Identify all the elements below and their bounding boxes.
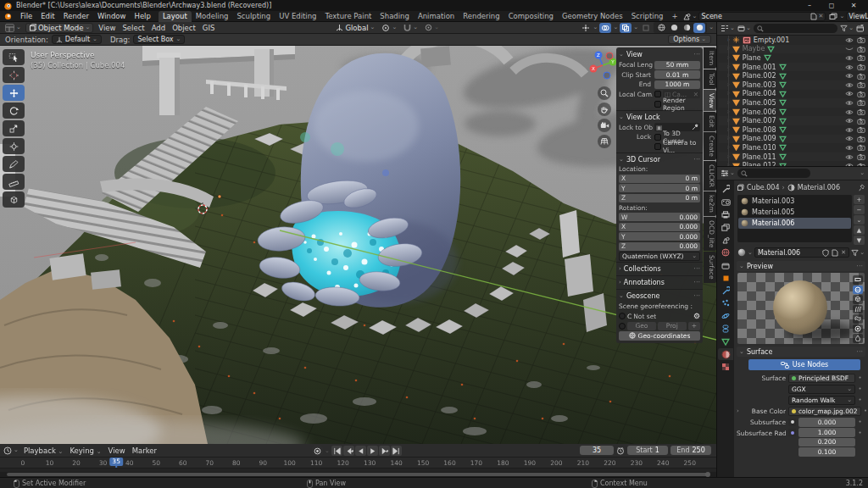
camera-visibility-icon[interactable] (857, 136, 865, 142)
properties-tab-constraints[interactable] (718, 323, 733, 335)
eye-open-icon[interactable] (845, 109, 854, 115)
outliner-item-plane.007[interactable]: ›Plane.007 (719, 116, 868, 125)
viewport-menu-object[interactable]: Object (169, 24, 199, 32)
object-name[interactable]: Plane.007 (743, 117, 776, 125)
workspace-tab-texture-paint[interactable]: Texture Paint (321, 11, 376, 22)
fake-user-shield-icon[interactable] (822, 249, 829, 257)
tool-measure-button[interactable] (3, 174, 25, 190)
scene-selector[interactable]: Scene ✕ (698, 12, 826, 21)
preview-fluid-button[interactable] (853, 334, 863, 343)
shading-material-button[interactable] (681, 23, 693, 33)
proportional-editing-toggle[interactable]: ⌄ (422, 23, 442, 33)
eye-open-icon[interactable] (845, 118, 854, 124)
proj-radio[interactable] (619, 323, 626, 330)
options-button[interactable]: Options ⌄ (668, 35, 711, 44)
unlink-scene-icon[interactable]: ✕ (819, 13, 824, 19)
preview-flat-button[interactable] (853, 275, 863, 285)
menu-file[interactable]: File (16, 11, 36, 22)
show-gizmo-toggle[interactable] (580, 23, 592, 33)
preview-section-header[interactable]: ⌄Preview··· (737, 261, 865, 271)
workspace-tab-modeling[interactable]: Modeling (192, 11, 233, 22)
timeline-editor-type-button[interactable]: ⌄ (3, 446, 19, 455)
zoom-button[interactable] (598, 86, 611, 100)
camera-visibility-icon[interactable] (857, 73, 865, 80)
tool-annotate-button[interactable] (3, 156, 25, 172)
snap-toggle[interactable]: ⌄ (401, 23, 420, 33)
panel-geoscene-header[interactable]: ⌄Geoscene··· (619, 291, 700, 301)
object-name[interactable]: Plane.008 (743, 126, 776, 134)
drag-setting-dropdown[interactable]: Select Box ⌄ (133, 35, 185, 44)
rotation-mode-dropdown[interactable]: Quaternion (WXYZ)⌄ (619, 252, 700, 261)
shading-rendered-button[interactable] (693, 23, 705, 33)
crs-radio[interactable] (619, 313, 626, 319)
n-panel-tab-clickr[interactable]: CLICKR (704, 161, 716, 191)
view-layer-icon[interactable] (829, 13, 837, 20)
timeline-ruler[interactable]: 0102030405060708090100110120130140150160… (0, 458, 716, 468)
viewport-menu-gis[interactable]: GIS (199, 24, 219, 32)
outliner-item-plane[interactable]: ›Plane (719, 53, 868, 63)
orientation-setting-dropdown[interactable]: Default ⌄ (52, 35, 102, 44)
camera-visibility-icon[interactable] (857, 64, 865, 70)
object-name[interactable]: Plane.004 (743, 90, 776, 97)
pivot-point-selector[interactable]: ⌄ (379, 23, 399, 33)
camera-visibility-icon[interactable] (857, 99, 865, 106)
current-frame-field[interactable]: 35 (580, 446, 614, 455)
preview-shaderball-button[interactable] (853, 324, 863, 334)
use-nodes-button[interactable]: Use Nodes (748, 359, 860, 370)
workspace-tab-sculpting[interactable]: Sculpting (232, 11, 275, 22)
base-color-field[interactable]: color_map.jpg.002 (788, 407, 861, 416)
viewport-menu-add[interactable]: Add (148, 24, 169, 32)
outliner-item-plane.010[interactable]: ›Plane.010 (719, 143, 868, 152)
playhead[interactable]: 35 (109, 458, 123, 468)
n-panel-tab-edit[interactable]: Edit (704, 112, 716, 131)
object-name[interactable]: Plane.005 (743, 99, 776, 107)
properties-tab-render[interactable] (718, 196, 733, 208)
n-panel-tab-surface[interactable]: Surface (704, 252, 716, 283)
cursor-rotation-field[interactable]: Z0.000 (619, 242, 700, 251)
camera-visibility-icon[interactable] (857, 54, 865, 61)
eye-open-icon[interactable] (845, 55, 854, 61)
panel-3d-cursor-header[interactable]: ⌄3D Cursor··· (619, 155, 700, 164)
object-name[interactable]: Plane.010 (743, 144, 776, 152)
object-name[interactable]: Plane.002 (743, 72, 776, 80)
use-preview-range-icon[interactable] (616, 446, 625, 455)
add-workspace-button[interactable]: + (667, 11, 682, 22)
navigation-gizmo[interactable]: Z Y X (587, 49, 619, 81)
outliner-item-empty.001[interactable]: ›Empty.001 (719, 36, 868, 45)
gear-icon[interactable]: ⚙ (693, 312, 700, 320)
outliner-item-plane.004[interactable]: ›Plane.004 (719, 90, 868, 99)
viewport-menu-select[interactable]: Select (119, 24, 147, 32)
properties-tab-object[interactable] (718, 272, 733, 284)
eye-open-icon[interactable] (845, 136, 854, 141)
maximize-button[interactable]: ◻ (821, 0, 843, 11)
n-panel-tab-ocd_lite[interactable]: OCD_lite (704, 217, 716, 251)
tool-select-box-button[interactable] (3, 49, 25, 65)
camera-visibility-icon[interactable] (857, 144, 865, 151)
pin-icon[interactable] (859, 184, 865, 191)
surface-section-header[interactable]: ⌄Surface··· (737, 347, 865, 357)
transform-orientation-selector[interactable]: Global ⌄ (333, 23, 377, 33)
camera-view-button[interactable] (598, 119, 611, 132)
editor-type-button[interactable]: ⌄ (3, 23, 24, 33)
camera-visibility-icon[interactable] (857, 153, 865, 160)
subsurface-decorator[interactable] (788, 419, 796, 426)
eye-open-icon[interactable] (845, 145, 854, 151)
menu-window[interactable]: Window (93, 11, 131, 22)
to-3d-cursor-checkbox[interactable] (654, 134, 661, 141)
outliner-item-plane.005[interactable]: ›Plane.005 (719, 98, 868, 108)
preview-cube-button[interactable] (853, 295, 863, 304)
play-button[interactable] (367, 446, 378, 456)
slot-specials-button[interactable]: ⌄ (854, 215, 865, 225)
cursor-location-field[interactable]: Y0 m (619, 184, 700, 192)
properties-tab-world[interactable] (718, 247, 733, 258)
subsurface-method-dropdown[interactable]: Random Walk⌄ (788, 396, 855, 405)
properties-tab-scene[interactable] (718, 234, 733, 246)
outliner-item-plane.011[interactable]: ›Plane.011 (719, 152, 868, 162)
outliner-filter-button[interactable]: ⌄ (840, 25, 854, 32)
tool-move-button[interactable] (3, 85, 25, 101)
play-reverse-button[interactable] (355, 446, 366, 456)
n-panel-tab-item[interactable]: Item (704, 47, 716, 69)
next-keyframe-button[interactable] (379, 446, 390, 456)
blender-menu-icon[interactable] (0, 13, 16, 20)
properties-tab-collection[interactable] (718, 259, 733, 271)
